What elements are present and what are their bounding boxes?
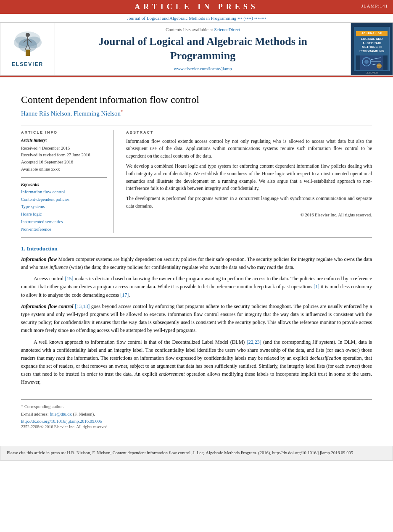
email-link[interactable]: fnie@dtu.dk [50, 412, 72, 416]
bold-italic-prefix: Information flow control [21, 303, 74, 309]
abstract-text: Information flow control extends access … [126, 138, 372, 210]
article-info-abstract-section: ARTICLE INFO Article history: Received 4… [21, 130, 372, 233]
citation-ref[interactable]: [13,18] [74, 303, 90, 309]
keywords-label: Keywords: [21, 182, 107, 187]
journal-url[interactable]: www.elsevier.com/locate/jlamp [174, 66, 232, 71]
abstract-paragraph: We develop a combined Hoare logic and ty… [126, 163, 372, 192]
keywords-list: Information flow controlContent-dependen… [21, 188, 107, 233]
body-content: 1. Introduction Information flow Modern … [21, 245, 372, 387]
keyword-item[interactable]: Instrumented semantics [21, 218, 107, 226]
footnote-area: * Corresponding author. E-mail address: … [21, 399, 372, 429]
main-content: Content dependent information flow contr… [0, 77, 393, 438]
elsevier-logo [7, 31, 49, 60]
accepted-date: Accepted 16 September 2016 [21, 159, 107, 166]
keyword-item[interactable]: Information flow control [21, 188, 107, 196]
corresponding-author: * Corresponding author. [21, 403, 372, 411]
intro-paragraph: Information flow Modern computer systems… [21, 255, 372, 271]
keyword-item[interactable]: Type systems [21, 203, 107, 211]
elsevier-wordmark: ELSEVIER [12, 61, 43, 67]
cite-ref[interactable]: [17] [120, 292, 129, 298]
contents-available-text: Contents lists available at ScienceDirec… [166, 27, 240, 32]
paragraph-text: A well known approach to information flo… [21, 339, 372, 385]
paragraph-text: Modern computer systems are highly depen… [21, 256, 372, 270]
available-online: Available online xxxx [21, 166, 107, 173]
cite-ref[interactable]: [15] [65, 276, 73, 282]
journal-title: Journal of Logical and Algebraic Methods… [98, 34, 307, 63]
cover-title-text: LOGICAL AND ALGEBRAIC METHODS IN PROGRAM… [356, 37, 388, 53]
received-date: Received 4 December 2015 [21, 145, 107, 152]
keyword-item[interactable]: Content-dependent policies [21, 196, 107, 203]
authors-text: Hanne Riis Nielson, Flemming Nielson [21, 110, 121, 117]
svg-point-6 [26, 33, 30, 37]
article-info-label: ARTICLE INFO [21, 130, 107, 134]
bold-italic-prefix: Information flow [21, 256, 57, 262]
divider-top [21, 126, 372, 126]
elsevier-tree-svg [7, 31, 49, 58]
journal-header: ELSEVIER Contents lists available at Sci… [0, 23, 393, 76]
author-asterisk: * [121, 109, 123, 114]
authors: Hanne Riis Nielson, Flemming Nielson* [21, 109, 372, 117]
intro-paragraph: A well known approach to information flo… [21, 338, 372, 387]
intro-paragraph: Information flow control [13,18] goes be… [21, 303, 372, 335]
divider-keywords [21, 177, 107, 178]
cite-ref[interactable]: [22,23] [247, 339, 261, 345]
paragraph-text: Access control [15] makes its decision b… [21, 276, 372, 298]
elsevier-logo-section: ELSEVIER [0, 23, 55, 75]
article-in-press-banner: ARTICLE IN PRESS JLAMP:141 [0, 0, 393, 14]
journal-cover-section: JOURNAL OF LOGICAL AND ALGEBRAIC METHODS… [351, 23, 393, 75]
copyright-line: © 2016 Elsevier Inc. All rights reserved… [126, 213, 372, 217]
intro-paragraphs: Information flow Modern computer systems… [21, 255, 372, 387]
keyword-item[interactable]: Non-interference [21, 226, 107, 233]
doi-line[interactable]: http://dx.doi.org/10.1016/j.jlamp.2016.0… [21, 419, 372, 424]
abstract-label: ABSTRACT [126, 130, 372, 134]
svg-rect-5 [26, 50, 30, 56]
paper-title: Content dependent information flow contr… [21, 94, 372, 105]
banner-text: ARTICLE IN PRESS [135, 3, 258, 11]
divider-body [21, 237, 372, 238]
article-id: JLAMP:141 [361, 3, 388, 8]
svg-point-18 [377, 63, 382, 68]
revised-date: Received in revised form 27 June 2016 [21, 152, 107, 159]
svg-point-14 [364, 60, 369, 64]
issn-line: 2352-2208/© 2016 Elsevier Inc. All right… [21, 424, 372, 429]
journal-cover-image: JOURNAL OF LOGICAL AND ALGEBRAIC METHODS… [354, 27, 390, 71]
intro-paragraph: Access control [15] makes its decision b… [21, 275, 372, 299]
intro-section-title: 1. Introduction [21, 245, 372, 252]
email-footnote: E-mail address: fnie@dtu.dk (F. Nielson)… [21, 411, 372, 418]
abstract-column: ABSTRACT Information flow control extend… [126, 130, 372, 233]
citation-text: Please cite this article in press as: H.… [7, 450, 353, 455]
cite-ref[interactable]: [1] [314, 284, 319, 290]
journal-citation-text: Journal of Logical and Algebraic Methods… [127, 16, 266, 21]
sciencedirect-link[interactable]: ScienceDirect [214, 27, 240, 32]
abstract-paragraph: The development is performed for program… [126, 195, 372, 210]
bottom-citation-bar: Please cite this article in press as: H.… [0, 446, 393, 461]
journal-title-section: Contents lists available at ScienceDirec… [55, 23, 351, 75]
history-label: Article history: [21, 138, 107, 142]
journal-citation-line: Journal of Logical and Algebraic Methods… [0, 14, 393, 23]
keyword-item[interactable]: Hoare logic [21, 211, 107, 218]
article-info-column: ARTICLE INFO Article history: Received 4… [21, 130, 113, 233]
abstract-paragraph: Information flow control extends access … [126, 138, 372, 160]
